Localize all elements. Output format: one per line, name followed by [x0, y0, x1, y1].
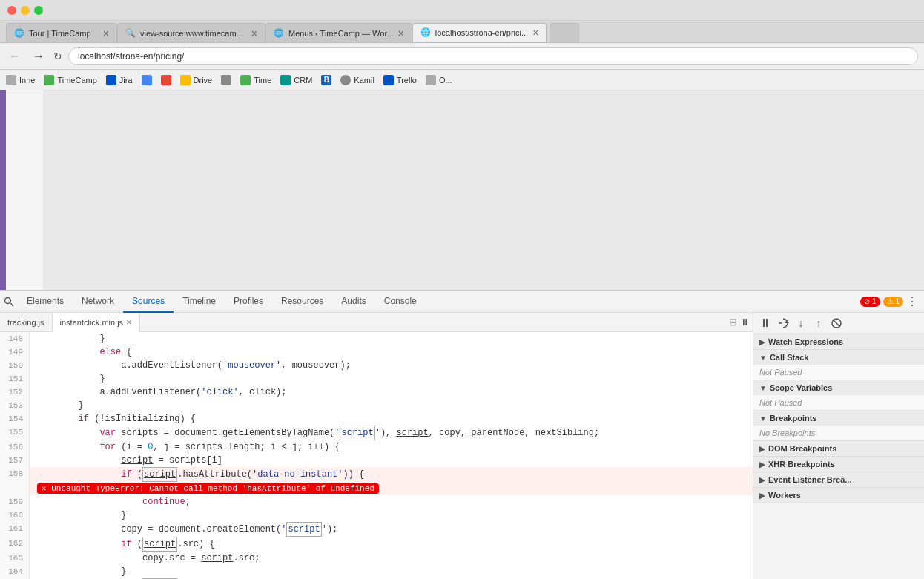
- breakpoints-label: Breakpoints: [770, 414, 817, 423]
- reload-button[interactable]: ↻: [53, 50, 62, 62]
- devtools-more-icon[interactable]: ⋮: [906, 294, 918, 308]
- code-tab-tracking[interactable]: tracking.js: [0, 313, 53, 332]
- bookmark-o[interactable]: O...: [426, 75, 452, 85]
- bookmark-s2[interactable]: [161, 75, 171, 85]
- devtools-search-icon[interactable]: [3, 296, 15, 308]
- tab-close-2[interactable]: ×: [251, 28, 257, 39]
- pause-resume-button[interactable]: ⏸: [758, 316, 773, 331]
- tab-sources[interactable]: Sources: [123, 291, 174, 313]
- tab-console[interactable]: Console: [375, 291, 426, 313]
- deactivate-breakpoints-button[interactable]: [829, 316, 844, 331]
- tab-timeline[interactable]: Timeline: [174, 291, 225, 313]
- address-bar: ← → ↻ localhost/strona-en/pricing/: [0, 43, 924, 70]
- tab-favicon-1: 🌐: [14, 28, 24, 39]
- tab-close-3[interactable]: ×: [398, 28, 404, 39]
- bookmark-b[interactable]: B: [321, 75, 331, 85]
- code-line-159: 159 continue;: [0, 495, 753, 509]
- jira-icon: [106, 75, 116, 85]
- step-into-button[interactable]: ↓: [793, 316, 808, 331]
- call-stack-header[interactable]: ▼ Call Stack: [753, 350, 924, 365]
- bookmark-label-kamil: Kamil: [354, 76, 374, 85]
- step-over-button[interactable]: [776, 316, 791, 331]
- step-out-button[interactable]: ↑: [811, 316, 826, 331]
- bookmark-s3[interactable]: [221, 75, 231, 85]
- bookmark-trello[interactable]: Trello: [383, 75, 417, 85]
- bookmark-label-inne: Inne: [19, 76, 35, 85]
- browser-tab-4[interactable]: 🌐 localhost/strona-en/prici... ×: [412, 23, 547, 42]
- bookmark-kamil[interactable]: Kamil: [340, 75, 374, 85]
- code-tab-instantclick[interactable]: instantclick.min.js ×: [53, 313, 140, 332]
- pause-icon[interactable]: ⏸: [740, 317, 750, 328]
- s3-icon: [221, 75, 231, 85]
- browser-tab-3[interactable]: 🌐 Menus ‹ TimeCamp — Wor... ×: [265, 23, 412, 42]
- bookmark-crm[interactable]: CRM: [280, 75, 312, 85]
- breakpoints-content: No Breakpoints: [753, 426, 924, 440]
- tab-title-2: view-source:www.timecamp...: [140, 29, 247, 38]
- url-bar[interactable]: localhost/strona-en/pricing/: [68, 47, 918, 65]
- scope-variables-content: Not Paused: [753, 395, 924, 410]
- new-tab-button[interactable]: [550, 23, 579, 42]
- sidebar-stripe: [0, 90, 6, 290]
- crm-icon: [280, 75, 291, 85]
- call-stack-label: Call Stack: [770, 353, 809, 362]
- devtools-body: tracking.js instantclick.min.js × ⊟ ⏸ 14…: [0, 313, 924, 579]
- back-button[interactable]: ←: [6, 48, 24, 64]
- breakpoints-header[interactable]: ▼ Breakpoints: [753, 411, 924, 426]
- bookmark-label-trello: Trello: [397, 76, 417, 85]
- s1-icon: [142, 75, 152, 85]
- maximize-button[interactable]: [34, 6, 43, 15]
- code-line-158-error: 158 if (script.hasAttribute('data-no-ins…: [0, 467, 753, 482]
- tab-network[interactable]: Network: [73, 291, 123, 313]
- browser-tab-1[interactable]: 🌐 Tour | TimeCamp ×: [6, 23, 117, 42]
- trello-icon: [383, 75, 394, 85]
- split-view-icon[interactable]: ⊟: [729, 317, 737, 328]
- xhr-breakpoints-header[interactable]: ▶ XHR Breakpoints: [753, 457, 924, 472]
- tab-elements[interactable]: Elements: [18, 291, 73, 313]
- tab-favicon-2: 🔍: [125, 28, 136, 39]
- event-listener-header[interactable]: ▶ Event Listener Brea...: [753, 472, 924, 487]
- bookmark-label-crm: CRM: [294, 76, 312, 85]
- bookmark-jira[interactable]: Jira: [106, 75, 133, 85]
- tab-favicon-3: 🌐: [274, 28, 284, 39]
- close-button[interactable]: [7, 6, 16, 15]
- svg-line-1: [10, 303, 13, 306]
- code-content[interactable]: 148 } 149 else { 150 a.addEventListener(…: [0, 332, 753, 579]
- tab-profiles[interactable]: Profiles: [225, 291, 272, 313]
- bookmark-timecamp[interactable]: TimeCamp: [44, 75, 96, 85]
- tab-resources[interactable]: Resources: [272, 291, 332, 313]
- bookmark-label-timecamp: TimeCamp: [57, 76, 96, 85]
- workers-header[interactable]: ▶ Workers: [753, 488, 924, 503]
- bookmark-s1[interactable]: [142, 75, 152, 85]
- main-area: Elements Network Sources Timeline Profil…: [0, 90, 924, 579]
- bookmark-time[interactable]: Time: [240, 75, 271, 85]
- warn-badge: ⚠ 1: [883, 297, 903, 307]
- call-stack-arrow: ▼: [759, 354, 767, 362]
- scope-variables-header[interactable]: ▼ Scope Variables: [753, 380, 924, 395]
- xhr-breakpoints-arrow: ▶: [759, 460, 765, 469]
- timecamp-icon: [44, 75, 54, 85]
- browser-tab-2[interactable]: 🔍 view-source:www.timecamp... ×: [117, 23, 265, 42]
- code-line-152: 152 a.addEventListener('click', click);: [0, 386, 753, 399]
- tab-audits[interactable]: Audits: [332, 291, 374, 313]
- watch-expressions-arrow: ▶: [759, 338, 765, 346]
- watch-expressions-header[interactable]: ▶ Watch Expressions: [753, 334, 924, 349]
- kamil-icon: [340, 75, 351, 85]
- bookmark-drive[interactable]: Drive: [180, 75, 213, 85]
- title-bar: [0, 0, 924, 21]
- forward-button[interactable]: →: [30, 48, 47, 64]
- bookmarks-bar: Inne TimeCamp Jira Drive Time CRM B Kami…: [0, 70, 924, 90]
- tab-close-4[interactable]: ×: [532, 27, 538, 38]
- code-tab-close-instantclick[interactable]: ×: [126, 317, 132, 328]
- tab-title-3: Menus ‹ TimeCamp — Wor...: [288, 29, 394, 38]
- watch-expressions-section: ▶ Watch Expressions: [753, 334, 924, 350]
- devtools-status-icons: ⊘ 1 ⚠ 1 ⋮: [860, 294, 921, 308]
- workers-arrow: ▶: [759, 492, 765, 500]
- tab-close-1[interactable]: ×: [103, 28, 109, 39]
- dom-breakpoints-header[interactable]: ▶ DOM Breakpoints: [753, 441, 924, 456]
- bookmark-inne[interactable]: Inne: [6, 75, 35, 85]
- page-content: [0, 90, 924, 290]
- minimize-button[interactable]: [21, 6, 30, 15]
- tab-bar: 🌐 Tour | TimeCamp × 🔍 view-source:www.ti…: [0, 21, 924, 43]
- call-stack-section: ▼ Call Stack Not Paused: [753, 350, 924, 380]
- dom-breakpoints-label: DOM Breakpoints: [768, 444, 836, 453]
